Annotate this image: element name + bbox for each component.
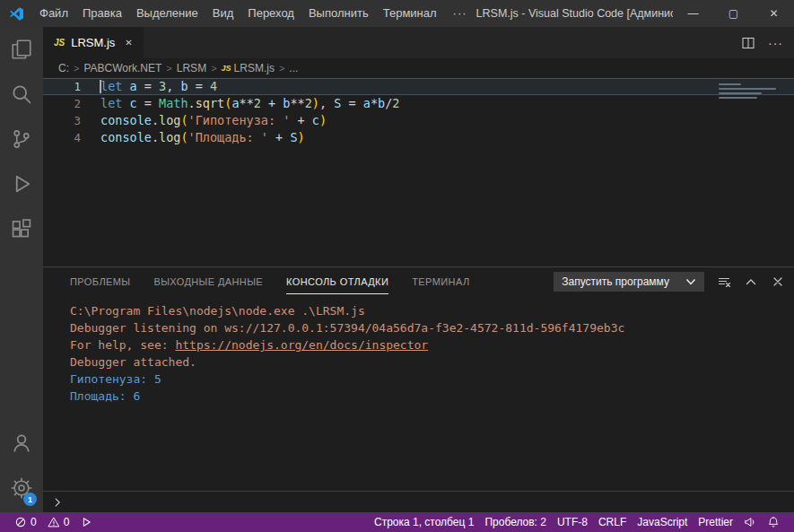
panel-tab-debug-console[interactable]: КОНСОЛЬ ОТЛАДКИ (286, 270, 388, 294)
menu-run[interactable]: Выполнить (301, 0, 376, 27)
vscode-logo-icon (0, 6, 32, 22)
menu-view[interactable]: Вид (205, 0, 241, 27)
close-panel-icon[interactable] (771, 275, 785, 289)
breadcrumb-symbol-picker[interactable]: ... (289, 62, 298, 74)
status-feedback[interactable] (738, 512, 762, 532)
activity-explorer-button[interactable] (0, 27, 43, 72)
split-editor-icon[interactable] (741, 36, 755, 50)
status-formatter[interactable]: Prettier (693, 512, 738, 532)
maximize-panel-icon[interactable] (744, 275, 758, 289)
line-number[interactable]: 1 (43, 78, 81, 95)
panel-tab-terminal[interactable]: ТЕРМИНАЛ (412, 270, 469, 294)
menu-terminal[interactable]: Терминал (376, 0, 444, 27)
status-cursor-position[interactable]: Строка 1, столбец 1 (369, 512, 479, 532)
search-icon (11, 83, 32, 105)
panel-header: ПРОБЛЕМЫВЫХОДНЫЕ ДАННЫЕКОНСОЛЬ ОТЛАДКИТЕ… (43, 267, 794, 296)
warning-icon (48, 516, 60, 528)
status-errors[interactable]: 0 (9, 512, 42, 532)
status-eol[interactable]: CRLF (593, 512, 632, 532)
breadcrumb-separator: > (206, 63, 221, 74)
breadcrumb-drive[interactable]: C: (58, 62, 69, 74)
breadcrumb-folder-lrsm[interactable]: LRSM (177, 62, 206, 74)
console-line-2: Debugger listening on ws://127.0.0.1:573… (70, 319, 794, 336)
status-debug-status[interactable] (74, 512, 98, 532)
status-language-mode[interactable]: JavaScript (632, 512, 693, 532)
activity-settings-button[interactable]: 1 (0, 466, 43, 510)
console-line-5: Гипотенуза: 5 (70, 371, 794, 388)
breadcrumb-label: LRSM.js (234, 62, 275, 74)
activity-source-control-button[interactable] (0, 117, 43, 161)
panel-actions: Запустить программу (554, 272, 785, 292)
minimap-line (719, 92, 762, 94)
debug-repl-input[interactable] (43, 491, 794, 512)
console-line-6: Площадь: 6 (70, 388, 794, 405)
breadcrumb-separator: > (161, 63, 176, 74)
menu-edit[interactable]: Правка (75, 0, 129, 27)
code-text: console.log('Гипотенуза: ' + c) (100, 112, 327, 129)
panel-tabs: ПРОБЛЕМЫВЫХОДНЫЕ ДАННЫЕКОНСОЛЬ ОТЛАДКИТЕ… (70, 270, 493, 294)
status-language-mode-label: JavaScript (637, 516, 687, 528)
source-control-icon (11, 128, 32, 150)
activity-account-button[interactable] (0, 421, 43, 466)
extensions-icon (11, 218, 32, 240)
minimap-line (719, 97, 757, 99)
breadcrumb-label: C: (58, 62, 69, 74)
activity-run-debug-button[interactable] (0, 161, 43, 206)
more-actions-icon[interactable]: ··· (768, 36, 783, 50)
menu-selection[interactable]: Выделение (129, 0, 205, 27)
menu-file[interactable]: Файл (32, 0, 75, 27)
code-line-2[interactable]: 2let c = Math.sqrt(a**2 + b**2), S = a*b… (43, 95, 794, 112)
menu-more-button[interactable]: ··· (444, 0, 476, 27)
tab-close-icon[interactable]: ✕ (125, 38, 132, 48)
status-warnings[interactable]: 0 (42, 512, 75, 532)
account-icon (11, 432, 32, 454)
console-line-3: For help, see: https://nodejs.org/en/doc… (70, 336, 794, 353)
feedback-icon (744, 516, 756, 528)
panel-tab-problems[interactable]: ПРОБЛЕМЫ (70, 270, 130, 294)
maximize-button[interactable]: ▢ (713, 0, 754, 27)
activity-bar: 1 (0, 27, 43, 512)
activity-search-button[interactable] (0, 72, 43, 117)
status-encoding[interactable]: UTF-8 (552, 512, 593, 532)
panel-tab-output[interactable]: ВЫХОДНЫЕ ДАННЫЕ (153, 270, 263, 294)
breadcrumb-separator: > (275, 63, 289, 74)
chevron-down-icon (684, 275, 698, 289)
activity-extensions-button[interactable] (0, 206, 43, 251)
debug-console-output[interactable]: C:\Program Files\nodejs\node.exe .\LRSM.… (43, 296, 794, 491)
breadcrumb-file-lrsm-js[interactable]: JSLRSM.js (222, 62, 275, 74)
code-text: let a = 3, b = 4 (100, 78, 217, 95)
tab-lrsm-js[interactable]: JS LRSM.js ✕ (43, 27, 144, 58)
status-bar-right: Строка 1, столбец 1Пробелов: 2UTF-8CRLFJ… (369, 512, 785, 532)
clear-console-icon[interactable] (717, 275, 731, 289)
code-line-1[interactable]: 1let a = 3, b = 4 (43, 78, 794, 95)
status-encoding-label: UTF-8 (557, 516, 588, 528)
code-area: 1let a = 3, b = 42let c = Math.sqrt(a**2… (43, 78, 794, 146)
activity-bar-top (0, 27, 43, 251)
status-indentation-label: Пробелов: 2 (484, 516, 546, 528)
close-button[interactable]: ✕ (754, 0, 794, 27)
status-indentation[interactable]: Пробелов: 2 (479, 512, 552, 532)
line-number[interactable]: 2 (43, 95, 81, 112)
menu-go[interactable]: Переход (240, 0, 301, 27)
title-bar: ФайлПравкаВыделениеВидПереходВыполнитьТе… (0, 0, 794, 27)
minimap-line (719, 88, 776, 90)
explorer-icon (11, 39, 32, 60)
minimap[interactable] (719, 81, 783, 101)
line-number[interactable]: 4 (43, 129, 81, 146)
panel: ПРОБЛЕМЫВЫХОДНЫЕ ДАННЫЕКОНСОЛЬ ОТЛАДКИТЕ… (43, 266, 794, 512)
launch-config-select[interactable]: Запустить программу (554, 272, 704, 292)
minimize-button[interactable]: — (673, 0, 713, 27)
javascript-file-icon: JS (222, 64, 231, 73)
editor[interactable]: 1let a = 3, b = 42let c = Math.sqrt(a**2… (43, 78, 794, 266)
line-number[interactable]: 3 (43, 112, 81, 129)
code-line-3[interactable]: 3console.log('Гипотенуза: ' + c) (43, 112, 794, 129)
vscode-window: ФайлПравкаВыделениеВидПереходВыполнитьТе… (0, 0, 794, 532)
breadcrumb-label: ... (289, 62, 298, 74)
status-notifications[interactable] (762, 512, 785, 532)
minimap-line (719, 83, 741, 85)
code-line-4[interactable]: 4console.log('Площадь: ' + S) (43, 129, 794, 146)
breadcrumb-folder-pabcwork[interactable]: PABCWork.NET (83, 62, 161, 74)
console-line-4: Debugger attached. (70, 353, 794, 371)
console-link[interactable]: https://nodejs.org/en/docs/inspector (175, 338, 428, 352)
text-cursor (100, 80, 101, 93)
